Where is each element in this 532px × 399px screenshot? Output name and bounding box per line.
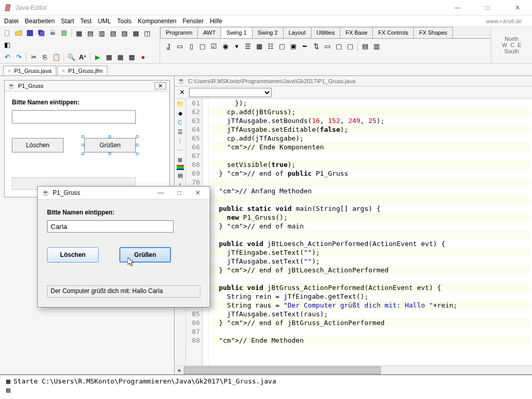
jprogress-icon[interactable]: ▭ bbox=[322, 41, 333, 51]
swing-icon-1[interactable]: ▢ bbox=[334, 41, 344, 51]
jscrollpane-icon[interactable]: ▣ bbox=[288, 41, 299, 51]
vt-icon-1[interactable]: 📁 bbox=[176, 100, 184, 108]
tb-icon-2[interactable]: ▤ bbox=[85, 28, 96, 38]
menu-tools[interactable]: Tools bbox=[117, 18, 132, 25]
jpanel-icon[interactable]: ▢ bbox=[277, 41, 287, 51]
editor-close-icon[interactable]: ✕ bbox=[177, 87, 187, 98]
jtable-icon[interactable]: ▦ bbox=[254, 41, 264, 51]
tb-icon-7[interactable]: ◫ bbox=[142, 28, 152, 38]
save-all-icon[interactable] bbox=[36, 28, 46, 38]
vt-icon-8[interactable] bbox=[177, 165, 184, 170]
jspinner-icon[interactable]: ⇅ bbox=[311, 41, 321, 51]
print-icon[interactable] bbox=[48, 28, 58, 38]
console-output[interactable]: Starte C:\Users\R.MSKonto\Programmieren\… bbox=[13, 377, 529, 395]
website-link[interactable]: www.r-krell.de bbox=[486, 18, 522, 24]
paste-icon[interactable]: 📋 bbox=[51, 52, 61, 62]
console-clear-icon[interactable]: ▤ bbox=[6, 386, 10, 394]
menu-fenster[interactable]: Fenster bbox=[183, 18, 204, 25]
dialog-minimize-button[interactable]: — bbox=[153, 189, 168, 196]
close-tab-icon[interactable]: × bbox=[8, 68, 11, 74]
menu-test[interactable]: Test bbox=[80, 18, 91, 25]
jtextarea-icon[interactable]: ▯ bbox=[186, 41, 196, 51]
font-icon[interactable]: Aᵃ bbox=[77, 52, 88, 62]
debug-icon-1[interactable]: ▦ bbox=[104, 52, 114, 62]
tab-programm[interactable]: Programm bbox=[160, 27, 198, 38]
tab-fxbase[interactable]: FX Base bbox=[340, 27, 373, 38]
minimize-button[interactable]: — bbox=[447, 2, 468, 14]
dialog-maximize-button[interactable]: □ bbox=[171, 189, 187, 196]
dialog-loeschen-button[interactable]: Löschen bbox=[47, 247, 99, 263]
menu-start[interactable]: Start bbox=[61, 18, 74, 25]
new-file-icon[interactable] bbox=[2, 28, 12, 38]
copy-icon[interactable]: ⎘ bbox=[40, 52, 50, 62]
tab-awt[interactable]: AWT bbox=[197, 27, 221, 38]
tb-icon-1[interactable]: ▦ bbox=[74, 28, 84, 38]
method-combo[interactable] bbox=[189, 88, 272, 97]
export-icon[interactable] bbox=[59, 28, 69, 38]
dialog-gruessen-button[interactable]: Grüßen bbox=[119, 247, 171, 263]
redo-icon[interactable]: ↷ bbox=[13, 52, 24, 62]
compass-east[interactable]: E bbox=[518, 42, 521, 48]
console-stop-icon[interactable]: ▦ bbox=[6, 377, 10, 385]
tb-icon-3[interactable]: ▥ bbox=[97, 28, 107, 38]
jlist-icon[interactable]: ☰ bbox=[243, 41, 253, 51]
vt-icon-7[interactable]: ⊞ bbox=[176, 156, 184, 164]
save-icon[interactable] bbox=[25, 28, 35, 38]
tab-utilities[interactable]: Utilities bbox=[311, 27, 340, 38]
designer-gruessen-button[interactable]: Grüßen bbox=[84, 138, 136, 152]
tab-layout[interactable]: Layout bbox=[283, 27, 311, 38]
jcombo-icon[interactable]: ▾ bbox=[231, 41, 242, 51]
vt-icon-5[interactable]: ⋮ bbox=[176, 137, 184, 145]
open-file-icon[interactable] bbox=[13, 28, 24, 38]
jbutton-icon[interactable]: ▢ bbox=[197, 41, 208, 51]
jradio-icon[interactable]: ◉ bbox=[220, 41, 230, 51]
jlabel-icon[interactable]: J bbox=[163, 41, 174, 51]
jtextfield-icon[interactable]: ▭ bbox=[175, 41, 185, 51]
horizontal-scrollbar[interactable]: ◂ bbox=[175, 365, 532, 374]
tab-fxshapes[interactable]: FX Shapes bbox=[413, 27, 452, 38]
run-icon[interactable]: ▶ bbox=[92, 52, 103, 62]
compass-center[interactable]: C bbox=[510, 42, 514, 48]
debug-icon-3[interactable]: ▦ bbox=[127, 52, 137, 62]
compass-north[interactable]: North bbox=[505, 36, 519, 42]
swing-icon-2[interactable]: ▢ bbox=[345, 41, 355, 51]
vt-icon-3[interactable]: C bbox=[176, 118, 184, 127]
menu-bearbeiten[interactable]: Bearbeiten bbox=[25, 18, 55, 25]
vt-icon-9[interactable]: ▤ bbox=[176, 171, 184, 179]
vt-icon-2[interactable]: ◆ bbox=[176, 109, 184, 117]
jslider-icon[interactable]: ━ bbox=[300, 41, 310, 51]
tab-swing2[interactable]: Swing 2 bbox=[252, 27, 284, 38]
jcheckbox-icon[interactable]: ☑ bbox=[209, 41, 219, 51]
vt-icon-4[interactable]: ☰ bbox=[176, 128, 184, 136]
close-button[interactable]: ✕ bbox=[507, 2, 528, 14]
swing-icon-3[interactable]: ▤ bbox=[360, 41, 370, 51]
menu-datei[interactable]: Datei bbox=[4, 18, 19, 25]
file-tab-java[interactable]: × P1_Gruss.java bbox=[3, 66, 56, 75]
compass-south[interactable]: South bbox=[504, 48, 519, 54]
close-tab-icon[interactable]: × bbox=[62, 68, 65, 74]
find-icon[interactable]: 🔍 bbox=[66, 52, 76, 62]
designer-input-field[interactable] bbox=[12, 110, 136, 124]
menu-komponenten[interactable]: Komponenten bbox=[138, 18, 177, 25]
designer-loeschen-button[interactable]: Löschen bbox=[12, 138, 64, 152]
breakpoint-icon[interactable]: ● bbox=[138, 52, 148, 62]
tb-icon-8[interactable]: ◧ bbox=[2, 39, 12, 50]
layout-compass[interactable]: North W C E South bbox=[491, 27, 532, 63]
cut-icon[interactable]: ✂ bbox=[28, 52, 39, 62]
maximize-button[interactable]: □ bbox=[477, 2, 498, 14]
designer-close-icon[interactable]: ✕ bbox=[154, 82, 166, 89]
debug-icon-2[interactable]: ▦ bbox=[115, 52, 126, 62]
tb-icon-4[interactable]: ▧ bbox=[108, 28, 118, 38]
swing-icon-4[interactable]: ▥ bbox=[371, 41, 382, 51]
menu-hilfe[interactable]: Hilfe bbox=[210, 18, 222, 25]
tab-fxcontrols[interactable]: FX Controls bbox=[372, 27, 414, 38]
undo-icon[interactable]: ↶ bbox=[2, 52, 12, 62]
file-tab-jfm[interactable]: × P1_Gruss.jfm bbox=[57, 66, 107, 75]
tb-icon-5[interactable]: ▨ bbox=[119, 28, 130, 38]
code-area[interactable]: }); cp.add(jBtGruss); jTfAusgabe.setBoun… bbox=[209, 99, 532, 365]
tab-swing1[interactable]: Swing 1 bbox=[221, 27, 252, 38]
dialog-name-input[interactable] bbox=[47, 220, 174, 233]
vt-icon-6[interactable]: ⋯ bbox=[176, 146, 184, 155]
jtree-icon[interactable]: ☷ bbox=[265, 41, 276, 51]
menu-uml[interactable]: UML bbox=[98, 18, 111, 25]
